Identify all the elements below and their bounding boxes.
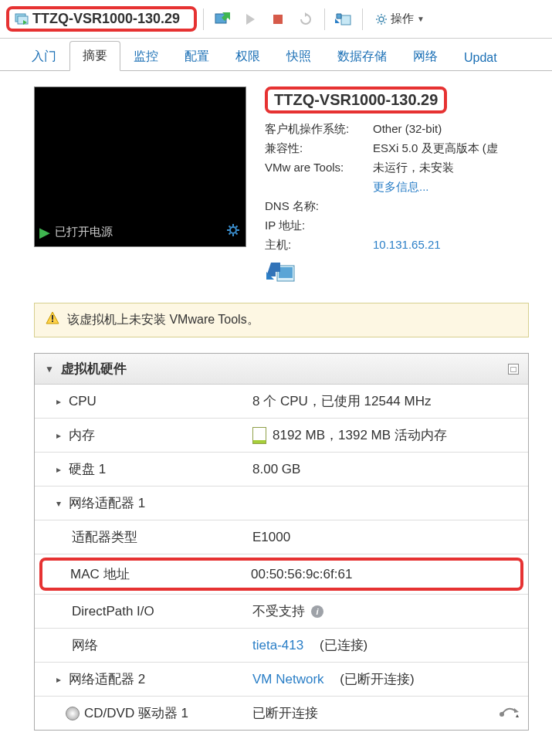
cpu-value: 8 个 CPU，已使用 12544 MHz	[252, 392, 519, 410]
warning-text: 该虚拟机上未安装 VMware Tools。	[67, 312, 259, 328]
nic2-row[interactable]: ▸网络适配器 2 VM Network (已断开连接)	[35, 663, 528, 697]
cpu-label: CPU	[69, 394, 97, 409]
info-icon[interactable]: i	[311, 605, 323, 618]
tab-permissions[interactable]: 权限	[222, 42, 273, 71]
guest-os-label: 客户机操作系统:	[265, 122, 373, 137]
memory-row[interactable]: ▸内存 8192 MB，1392 MB 活动内存	[35, 419, 528, 453]
chevron-right-icon: ▸	[53, 430, 64, 441]
migrate-icon[interactable]	[265, 259, 299, 289]
network-row: 网络 tieta-413 (已连接)	[35, 629, 528, 663]
vm-info-block: TTZQ-VSR1000-130.29 客户机操作系统:Other (32-bi…	[265, 86, 529, 289]
shutdown-button[interactable]	[266, 7, 290, 32]
nic2-label: 网络适配器 2	[69, 670, 145, 688]
power-on-button[interactable]	[238, 7, 262, 32]
power-status: 已打开电源	[55, 225, 113, 239]
disk1-row[interactable]: ▸硬盘 1 8.00 GB	[35, 453, 528, 486]
launch-console-button[interactable]	[210, 7, 235, 32]
network-link[interactable]: tieta-413	[252, 638, 303, 653]
directpath-value: 不受支持	[252, 602, 305, 620]
chevron-right-icon: ▸	[53, 464, 64, 475]
directpath-row: DirectPath I/O 不受支持i	[35, 595, 528, 629]
nic1-label: 网络适配器 1	[69, 494, 145, 512]
tab-getting-started[interactable]: 入门	[19, 42, 69, 71]
svg-point-11	[230, 227, 236, 233]
dns-label: DNS 名称:	[265, 199, 373, 214]
actions-label: 操作	[391, 12, 414, 26]
migrate-button[interactable]	[331, 7, 356, 32]
cpu-row[interactable]: ▸CPU 8 个 CPU，已使用 12544 MHz	[35, 385, 528, 419]
play-icon: ▶	[39, 224, 50, 241]
chevron-right-icon: ▸	[53, 396, 64, 407]
host-label: 主机:	[265, 238, 373, 253]
svg-marker-20	[516, 714, 519, 717]
tab-summary[interactable]: 摘要	[69, 41, 120, 71]
svg-point-10	[379, 17, 384, 22]
svg-marker-9	[335, 19, 340, 23]
svg-rect-13	[279, 267, 293, 278]
gear-icon	[375, 13, 388, 25]
vm-title: TTZQ-VSR1000-130.29	[32, 11, 180, 27]
memory-bar-icon	[252, 427, 266, 444]
connector-icon[interactable]	[499, 706, 519, 721]
ip-label: IP 地址:	[265, 219, 373, 233]
disk1-value: 8.00 GB	[252, 462, 519, 477]
tab-datastores[interactable]: 数据存储	[324, 42, 400, 71]
svg-marker-19	[514, 708, 519, 713]
cddvd-row[interactable]: CD/DVD 驱动器 1 已断开连接	[35, 697, 528, 730]
adapter-type-label: 适配器类型	[72, 528, 137, 546]
actions-menu-button[interactable]: 操作 ▼	[369, 7, 431, 32]
disk1-label: 硬盘 1	[69, 460, 106, 478]
vmware-tools-warning: 该虚拟机上未安装 VMware Tools。	[34, 303, 529, 337]
svg-rect-8	[341, 15, 351, 25]
more-info-link[interactable]: 更多信息...	[373, 180, 429, 195]
chevron-right-icon: ▸	[53, 674, 64, 685]
chevron-down-icon: ▾	[53, 498, 64, 509]
console-settings-icon[interactable]	[225, 222, 241, 242]
guest-os-value: Other (32-bit)	[373, 122, 442, 137]
compat-value: ESXi 5.0 及更高版本 (虚	[373, 141, 498, 156]
svg-rect-6	[273, 15, 283, 24]
hardware-panel: ▼ 虚拟机硬件 □ ▸CPU 8 个 CPU，已使用 12544 MHz ▸内存…	[34, 353, 529, 731]
tab-networks[interactable]: 网络	[400, 42, 451, 71]
svg-marker-7	[305, 12, 308, 17]
restart-button[interactable]	[293, 7, 318, 32]
hardware-panel-header[interactable]: ▼ 虚拟机硬件 □	[35, 354, 528, 385]
divider	[203, 8, 204, 30]
nic2-status: (已断开连接)	[340, 670, 414, 688]
tools-label: VMw are Tools:	[265, 161, 373, 175]
vm-name-heading: TTZQ-VSR1000-130.29	[274, 91, 438, 108]
warning-icon	[46, 311, 59, 329]
svg-marker-5	[246, 14, 255, 25]
vm-name-highlight-box: TTZQ-VSR1000-130.29	[265, 86, 447, 114]
mac-highlight-box: MAC 地址 00:50:56:9c:6f:61	[39, 558, 523, 591]
tab-updates[interactable]: Updat	[451, 44, 510, 71]
compat-label: 兼容性:	[265, 141, 373, 156]
network-label: 网络	[72, 636, 98, 654]
divider	[362, 8, 363, 30]
chevron-down-icon: ▼	[44, 364, 55, 375]
chevron-down-icon: ▼	[417, 15, 425, 23]
mac-label: MAC 地址	[70, 565, 130, 583]
adapter-type-row: 适配器类型 E1000	[35, 520, 528, 554]
tab-snapshots[interactable]: 快照	[273, 42, 324, 71]
mac-value: 00:50:56:9c:6f:61	[251, 565, 516, 583]
cd-icon	[66, 707, 80, 720]
cddvd-value: 已断开连接	[252, 704, 318, 722]
hardware-title: 虚拟机硬件	[61, 360, 127, 378]
vm-icon	[14, 12, 29, 27]
memory-value: 8192 MB，1392 MB 活动内存	[273, 426, 447, 444]
host-link[interactable]: 10.131.65.21	[373, 238, 441, 253]
console-preview[interactable]: ▶ 已打开电源	[34, 86, 246, 247]
memory-label: 内存	[69, 426, 95, 444]
nic1-row[interactable]: ▾网络适配器 1	[35, 486, 528, 520]
summary-content: ▶ 已打开电源 TTZQ-VSR1000-130.29 客户机操作系统:Othe…	[0, 71, 552, 731]
tab-bar: 入门 摘要 监控 配置 权限 快照 数据存储 网络 Updat	[0, 39, 552, 71]
svg-rect-16	[52, 315, 53, 320]
title-highlight-box: TTZQ-VSR1000-130.29	[6, 6, 197, 32]
tab-monitor[interactable]: 监控	[120, 42, 171, 71]
svg-rect-17	[52, 320, 53, 322]
nic2-link[interactable]: VM Network	[252, 672, 324, 687]
divider	[324, 8, 325, 30]
collapse-icon[interactable]: □	[508, 364, 519, 375]
tab-configure[interactable]: 配置	[171, 42, 222, 71]
